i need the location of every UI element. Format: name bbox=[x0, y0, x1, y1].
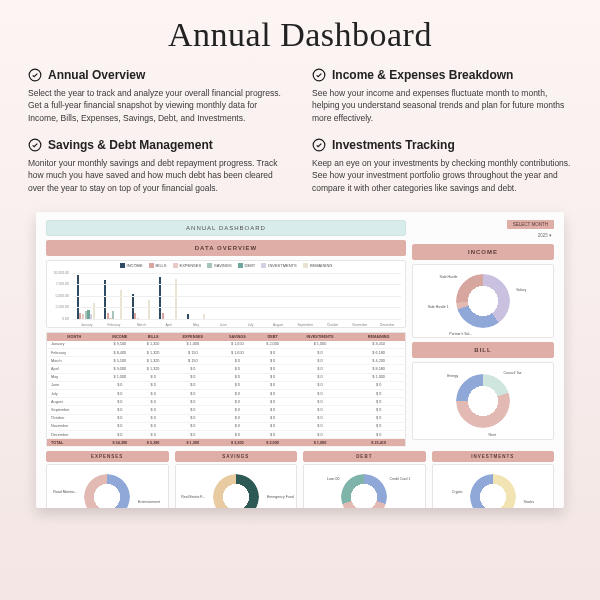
feature-body: Keep an eye on your investments by check… bbox=[312, 157, 572, 194]
mini-charts-row: EXPENSES EntertainmentRoad Maintai... SA… bbox=[46, 451, 554, 508]
feature-savings-debt: Savings & Debt Management Monitor your m… bbox=[28, 138, 288, 194]
investments-title: INVESTMENTS bbox=[432, 451, 555, 462]
bill-title: BILL bbox=[412, 342, 554, 358]
svg-point-2 bbox=[29, 139, 41, 151]
savings-donut: Emergency FundReal Estate F... bbox=[175, 464, 298, 508]
investments-card: INVESTMENTS StocksCrypto bbox=[432, 451, 555, 508]
chart-legend: INCOMEBILLSEXPENSESSAVINGSDEBTINVESTMENT… bbox=[47, 261, 405, 269]
bar-chart: INCOMEBILLSEXPENSESSAVINGSDEBTINVESTMENT… bbox=[46, 260, 406, 328]
feature-annual-overview: Annual Overview Select the year to track… bbox=[28, 68, 288, 124]
feature-title: Savings & Debt Management bbox=[48, 138, 213, 152]
select-month-value[interactable]: 2025 ▾ bbox=[538, 233, 554, 240]
debt-card: DEBT Credit Card 1Credit Card 2Loan 00 bbox=[303, 451, 426, 508]
dashboard-title: ANNUAL DASHBOARD bbox=[46, 220, 406, 236]
savings-title: SAVINGS bbox=[175, 451, 298, 462]
debt-donut: Credit Card 1Credit Card 2Loan 00 bbox=[303, 464, 426, 508]
bill-donut: Council TaxRentEnergy bbox=[412, 362, 554, 440]
savings-card: SAVINGS Emergency FundReal Estate F... bbox=[175, 451, 298, 508]
expenses-title: EXPENSES bbox=[46, 451, 169, 462]
feature-title: Annual Overview bbox=[48, 68, 145, 82]
income-donut: SalaryPartner's Sal...Side Hustle 1Side … bbox=[412, 264, 554, 338]
check-icon bbox=[28, 138, 42, 152]
feature-body: Select the year to track and analyze you… bbox=[28, 87, 288, 124]
dashboard-screenshot: ANNUAL DASHBOARD DATA OVERVIEW INCOMEBIL… bbox=[36, 212, 564, 508]
feature-grid: Annual Overview Select the year to track… bbox=[0, 68, 600, 206]
investments-donut: StocksCrypto bbox=[432, 464, 555, 508]
feature-title: Investments Tracking bbox=[332, 138, 455, 152]
page-title: Annual Dashboard bbox=[0, 0, 600, 68]
overview-title: DATA OVERVIEW bbox=[46, 240, 406, 256]
feature-body: Monitor your monthly savings and debt re… bbox=[28, 157, 288, 194]
data-table: MONTHINCOMEBILLSEXPENSESSAVINGSDEBTINVES… bbox=[46, 332, 406, 447]
check-icon bbox=[312, 68, 326, 82]
expenses-donut: EntertainmentRoad Maintai... bbox=[46, 464, 169, 508]
income-title: INCOME bbox=[412, 244, 554, 260]
feature-body: See how your income and expenses fluctua… bbox=[312, 87, 572, 124]
feature-investments: Investments Tracking Keep an eye on your… bbox=[312, 138, 572, 194]
feature-income-expenses: Income & Expenses Breakdown See how your… bbox=[312, 68, 572, 124]
svg-point-0 bbox=[29, 69, 41, 81]
debt-title: DEBT bbox=[303, 451, 426, 462]
svg-point-3 bbox=[313, 139, 325, 151]
check-icon bbox=[312, 138, 326, 152]
svg-point-1 bbox=[313, 69, 325, 81]
feature-title: Income & Expenses Breakdown bbox=[332, 68, 513, 82]
expenses-card: EXPENSES EntertainmentRoad Maintai... bbox=[46, 451, 169, 508]
select-month-button[interactable]: SELECT MONTH bbox=[507, 220, 554, 229]
check-icon bbox=[28, 68, 42, 82]
